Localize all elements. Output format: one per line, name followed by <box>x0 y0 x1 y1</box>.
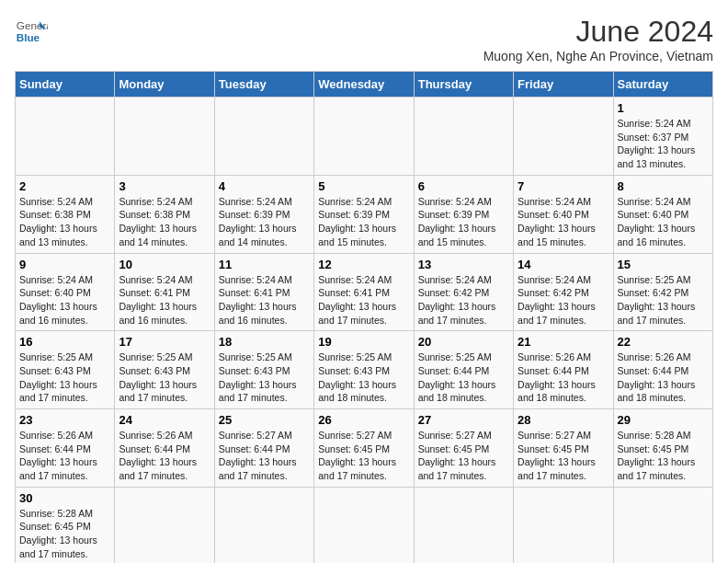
day-info: Sunrise: 5:24 AM Sunset: 6:41 PM Dayligh… <box>318 273 409 327</box>
day-info: Sunrise: 5:24 AM Sunset: 6:42 PM Dayligh… <box>518 273 609 327</box>
day-info: Sunrise: 5:27 AM Sunset: 6:44 PM Dayligh… <box>219 429 310 483</box>
day-cell <box>314 98 414 176</box>
day-info: Sunrise: 5:27 AM Sunset: 6:45 PM Dayligh… <box>318 429 409 483</box>
day-cell <box>214 98 313 176</box>
day-number: 14 <box>518 258 609 271</box>
day-cell: 25Sunrise: 5:27 AM Sunset: 6:44 PM Dayli… <box>214 409 313 488</box>
day-number: 20 <box>418 335 509 349</box>
day-number: 12 <box>318 258 409 271</box>
day-number: 3 <box>119 179 210 193</box>
day-cell: 11Sunrise: 5:24 AM Sunset: 6:41 PM Dayli… <box>214 253 313 331</box>
day-cell: 4Sunrise: 5:24 AM Sunset: 6:39 PM Daylig… <box>214 175 313 253</box>
day-cell <box>16 98 115 176</box>
day-number: 27 <box>418 413 509 427</box>
day-cell: 18Sunrise: 5:25 AM Sunset: 6:43 PM Dayli… <box>214 331 313 409</box>
day-number: 28 <box>518 413 609 427</box>
page-subtitle: Muong Xen, Nghe An Province, Vietnam <box>483 49 713 63</box>
day-info: Sunrise: 5:27 AM Sunset: 6:45 PM Dayligh… <box>418 429 509 483</box>
day-info: Sunrise: 5:26 AM Sunset: 6:44 PM Dayligh… <box>19 429 110 483</box>
day-info: Sunrise: 5:25 AM Sunset: 6:44 PM Dayligh… <box>418 350 509 405</box>
day-info: Sunrise: 5:24 AM Sunset: 6:40 PM Dayligh… <box>518 195 609 249</box>
week-row-3: 16Sunrise: 5:25 AM Sunset: 6:43 PM Dayli… <box>16 331 713 409</box>
page-title: June 2024 <box>483 15 713 49</box>
day-info: Sunrise: 5:26 AM Sunset: 6:44 PM Dayligh… <box>618 350 709 405</box>
day-number: 13 <box>418 258 509 271</box>
day-info: Sunrise: 5:24 AM Sunset: 6:42 PM Dayligh… <box>418 273 509 327</box>
day-cell: 5Sunrise: 5:24 AM Sunset: 6:39 PM Daylig… <box>314 175 414 253</box>
day-cell: 29Sunrise: 5:28 AM Sunset: 6:45 PM Dayli… <box>613 409 712 488</box>
day-cell: 22Sunrise: 5:26 AM Sunset: 6:44 PM Dayli… <box>613 331 712 409</box>
day-info: Sunrise: 5:28 AM Sunset: 6:45 PM Dayligh… <box>19 507 110 561</box>
weekday-header-saturday: Saturday <box>613 72 712 98</box>
day-info: Sunrise: 5:26 AM Sunset: 6:44 PM Dayligh… <box>518 350 609 405</box>
day-cell <box>214 487 313 563</box>
day-cell: 9Sunrise: 5:24 AM Sunset: 6:40 PM Daylig… <box>16 253 115 331</box>
day-number: 7 <box>518 179 609 193</box>
day-number: 15 <box>618 258 709 271</box>
day-number: 24 <box>119 413 210 427</box>
day-info: Sunrise: 5:24 AM Sunset: 6:37 PM Dayligh… <box>618 117 709 171</box>
weekday-header-thursday: Thursday <box>414 72 513 98</box>
day-cell <box>514 487 613 563</box>
day-cell: 17Sunrise: 5:25 AM Sunset: 6:43 PM Dayli… <box>115 331 214 409</box>
day-info: Sunrise: 5:27 AM Sunset: 6:45 PM Dayligh… <box>518 429 609 483</box>
day-number: 16 <box>19 335 110 349</box>
day-cell: 1Sunrise: 5:24 AM Sunset: 6:37 PM Daylig… <box>613 98 712 176</box>
day-info: Sunrise: 5:24 AM Sunset: 6:41 PM Dayligh… <box>219 273 310 327</box>
day-cell: 20Sunrise: 5:25 AM Sunset: 6:44 PM Dayli… <box>414 331 513 409</box>
day-info: Sunrise: 5:25 AM Sunset: 6:43 PM Dayligh… <box>318 350 409 405</box>
day-info: Sunrise: 5:24 AM Sunset: 6:39 PM Dayligh… <box>318 195 409 249</box>
day-cell: 10Sunrise: 5:24 AM Sunset: 6:41 PM Dayli… <box>115 253 214 331</box>
day-cell: 27Sunrise: 5:27 AM Sunset: 6:45 PM Dayli… <box>414 409 513 488</box>
day-cell <box>414 98 513 176</box>
day-cell <box>314 487 414 563</box>
day-number: 1 <box>618 101 709 115</box>
day-number: 21 <box>518 335 609 349</box>
day-cell: 30Sunrise: 5:28 AM Sunset: 6:45 PM Dayli… <box>16 487 115 563</box>
svg-text:General: General <box>17 19 48 31</box>
day-number: 6 <box>418 179 509 193</box>
day-number: 9 <box>19 258 110 271</box>
day-cell: 16Sunrise: 5:25 AM Sunset: 6:43 PM Dayli… <box>16 331 115 409</box>
day-info: Sunrise: 5:24 AM Sunset: 6:40 PM Dayligh… <box>19 273 110 327</box>
day-cell: 24Sunrise: 5:26 AM Sunset: 6:44 PM Dayli… <box>115 409 214 488</box>
day-cell: 6Sunrise: 5:24 AM Sunset: 6:39 PM Daylig… <box>414 175 513 253</box>
day-info: Sunrise: 5:24 AM Sunset: 6:39 PM Dayligh… <box>219 195 310 249</box>
day-number: 25 <box>219 413 310 427</box>
day-info: Sunrise: 5:24 AM Sunset: 6:39 PM Dayligh… <box>418 195 509 249</box>
weekday-header-sunday: Sunday <box>16 72 115 98</box>
week-row-5: 30Sunrise: 5:28 AM Sunset: 6:45 PM Dayli… <box>16 487 713 563</box>
svg-text:Blue: Blue <box>17 31 40 43</box>
day-info: Sunrise: 5:26 AM Sunset: 6:44 PM Dayligh… <box>119 429 210 483</box>
day-cell: 2Sunrise: 5:24 AM Sunset: 6:38 PM Daylig… <box>16 175 115 253</box>
day-number: 18 <box>219 335 310 349</box>
week-row-1: 2Sunrise: 5:24 AM Sunset: 6:38 PM Daylig… <box>16 175 713 253</box>
day-info: Sunrise: 5:28 AM Sunset: 6:45 PM Dayligh… <box>618 429 709 483</box>
day-number: 30 <box>19 491 110 505</box>
day-number: 22 <box>618 335 709 349</box>
day-cell: 23Sunrise: 5:26 AM Sunset: 6:44 PM Dayli… <box>16 409 115 488</box>
page-header: General Blue June 2024 Muong Xen, Nghe A… <box>15 15 713 63</box>
calendar-table: SundayMondayTuesdayWednesdayThursdayFrid… <box>15 71 713 563</box>
day-cell: 28Sunrise: 5:27 AM Sunset: 6:45 PM Dayli… <box>514 409 613 488</box>
day-info: Sunrise: 5:24 AM Sunset: 6:38 PM Dayligh… <box>119 195 210 249</box>
day-cell: 19Sunrise: 5:25 AM Sunset: 6:43 PM Dayli… <box>314 331 414 409</box>
weekday-header-monday: Monday <box>115 72 214 98</box>
logo-icon: General Blue <box>15 15 48 48</box>
day-number: 2 <box>19 179 110 193</box>
day-cell: 14Sunrise: 5:24 AM Sunset: 6:42 PM Dayli… <box>514 253 613 331</box>
day-number: 8 <box>618 179 709 193</box>
day-info: Sunrise: 5:24 AM Sunset: 6:40 PM Dayligh… <box>618 195 709 249</box>
day-number: 11 <box>219 258 310 271</box>
week-row-0: 1Sunrise: 5:24 AM Sunset: 6:37 PM Daylig… <box>16 98 713 176</box>
weekday-header-friday: Friday <box>514 72 613 98</box>
day-info: Sunrise: 5:24 AM Sunset: 6:41 PM Dayligh… <box>119 273 210 327</box>
day-number: 4 <box>219 179 310 193</box>
day-number: 23 <box>19 413 110 427</box>
day-cell: 7Sunrise: 5:24 AM Sunset: 6:40 PM Daylig… <box>514 175 613 253</box>
week-row-2: 9Sunrise: 5:24 AM Sunset: 6:40 PM Daylig… <box>16 253 713 331</box>
day-info: Sunrise: 5:25 AM Sunset: 6:43 PM Dayligh… <box>219 350 310 405</box>
day-cell <box>414 487 513 563</box>
day-info: Sunrise: 5:25 AM Sunset: 6:43 PM Dayligh… <box>19 350 110 405</box>
day-cell: 13Sunrise: 5:24 AM Sunset: 6:42 PM Dayli… <box>414 253 513 331</box>
